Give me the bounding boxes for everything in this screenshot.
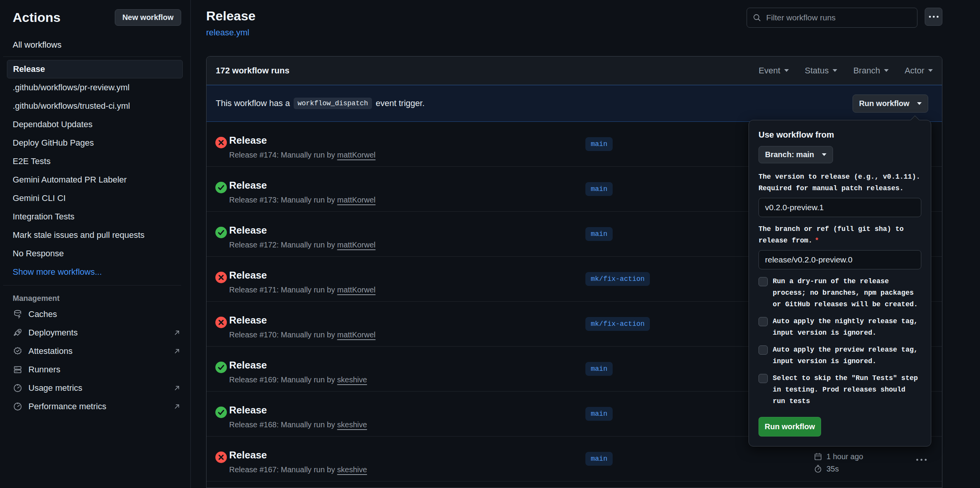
preview-tag-checkbox[interactable]	[759, 345, 768, 355]
workflow-runs-count: 172 workflow runs	[216, 66, 289, 76]
run-workflow-submit-button[interactable]: Run workflow	[759, 417, 821, 437]
sidebar-item-label: Performance metrics	[28, 402, 106, 412]
sidebar-item-trusted-ci[interactable]: .github/workflows/trusted-ci.yml	[7, 97, 183, 115]
sidebar-item-all-workflows[interactable]: All workflows	[13, 37, 181, 53]
caret-down-icon	[784, 69, 789, 72]
calendar-icon	[813, 452, 823, 461]
sidebar-item-e2e-tests[interactable]: E2E Tests	[7, 152, 183, 171]
run-status-icon	[215, 451, 227, 463]
run-description: Release #172: Manually run by mattKorwel	[229, 241, 375, 249]
branch-filter-dropdown[interactable]: Branch	[853, 66, 889, 76]
filter-workflow-runs-box	[747, 8, 917, 28]
run-actor-link[interactable]: mattKorwel	[337, 241, 375, 249]
dry-run-checkbox-label: Run a dry-run of the release process; no…	[773, 276, 921, 310]
caret-down-icon	[822, 153, 826, 156]
external-link-arrow-icon	[173, 402, 181, 411]
banner-text: event trigger.	[376, 98, 425, 108]
management-section-heading: Management	[13, 294, 181, 303]
sidebar-item-dependabot-updates[interactable]: Dependabot Updates	[7, 115, 183, 134]
sidebar-divider	[3, 56, 181, 57]
filter-workflow-runs-input[interactable]	[766, 13, 912, 22]
external-link-arrow-icon	[173, 329, 181, 337]
preview-tag-checkbox-label: Auto apply the preview release tag, inpu…	[773, 344, 921, 367]
status-filter-dropdown[interactable]: Status	[805, 66, 837, 76]
run-title-link[interactable]: Release	[229, 404, 267, 416]
sidebar-item-integration-tests[interactable]: Integration Tests	[7, 207, 183, 226]
branch-select-button[interactable]: Branch: main	[759, 146, 833, 163]
branch-badge[interactable]: main	[585, 407, 613, 421]
workflow-options-button[interactable]	[925, 8, 942, 26]
caret-down-icon	[928, 69, 933, 72]
branch-badge[interactable]: main	[585, 362, 613, 376]
dry-run-checkbox[interactable]	[759, 277, 768, 286]
run-status-icon	[215, 182, 227, 193]
version-field-label: The version to release (e.g., v0.1.11). …	[759, 171, 921, 194]
run-title-link[interactable]: Release	[229, 134, 267, 146]
sidebar-item-attestations[interactable]: Attestations	[13, 342, 181, 360]
run-actor-link[interactable]: skeshive	[337, 465, 367, 474]
sidebar-item-performance-metrics[interactable]: Performance metrics	[13, 397, 181, 416]
actions-sidebar: Actions New workflow All workflows Relea…	[0, 0, 191, 488]
caret-down-icon	[917, 102, 922, 105]
run-meta: 1 hour ago 35s	[813, 450, 863, 475]
run-actor-link[interactable]: mattKorwel	[337, 196, 375, 204]
nightly-tag-checkbox[interactable]	[759, 317, 768, 326]
run-status-icon	[215, 272, 227, 283]
run-title-link[interactable]: Release	[229, 269, 267, 281]
sidebar-item-deploy-github-pages[interactable]: Deploy GitHub Pages	[7, 134, 183, 152]
sidebar-item-usage-metrics[interactable]: Usage metrics	[13, 379, 181, 397]
page-title: Actions	[13, 10, 61, 25]
gauge-icon	[13, 402, 23, 412]
branch-badge[interactable]: mk/fix-action	[585, 272, 650, 286]
run-status-icon	[215, 137, 227, 148]
run-title-link[interactable]: Release	[229, 359, 267, 371]
sidebar-item-pr-review[interactable]: .github/workflows/pr-review.yml	[7, 78, 183, 97]
horizontal-dots-icon	[916, 459, 918, 461]
branch-badge[interactable]: main	[585, 227, 613, 241]
sidebar-item-gemini-pr-labeler[interactable]: Gemini Automated PR Labeler	[7, 171, 183, 189]
branch-badge[interactable]: mk/fix-action	[585, 317, 650, 331]
run-description: Release #167: Manually run by skeshive	[229, 465, 367, 474]
show-more-workflows-link[interactable]: Show more workflows...	[7, 263, 183, 281]
sidebar-item-label: Runners	[28, 365, 60, 375]
event-filter-dropdown[interactable]: Event	[759, 66, 788, 76]
run-title-link[interactable]: Release	[229, 449, 267, 461]
sidebar-item-runners[interactable]: Runners	[13, 360, 181, 379]
actor-filter-dropdown[interactable]: Actor	[905, 66, 933, 76]
run-status-icon	[215, 317, 227, 328]
sidebar-item-deployments[interactable]: Deployments	[13, 324, 181, 342]
run-actor-link[interactable]: mattKorwel	[337, 330, 375, 339]
sidebar-item-gemini-cli-ci[interactable]: Gemini CLI CI	[7, 189, 183, 207]
new-workflow-button[interactable]: New workflow	[115, 9, 181, 26]
branch-badge[interactable]: main	[585, 452, 613, 466]
run-actor-link[interactable]: skeshive	[337, 420, 367, 429]
run-actor-link[interactable]: mattKorwel	[337, 285, 375, 294]
banner-text: This workflow has a	[216, 98, 290, 108]
ref-input[interactable]	[759, 250, 921, 269]
sidebar-item-caches[interactable]: Caches	[13, 305, 181, 324]
run-options-button[interactable]	[916, 459, 927, 461]
skip-tests-checkbox-label: Select to skip the "Run Tests" step in t…	[773, 372, 921, 407]
server-icon	[13, 365, 23, 375]
skip-tests-checkbox[interactable]	[759, 374, 768, 383]
rocket-icon	[13, 328, 23, 338]
run-status-icon	[215, 227, 227, 238]
run-time-ago: 1 hour ago	[826, 452, 863, 461]
branch-badge[interactable]: main	[585, 182, 613, 196]
run-workflow-dropdown-button[interactable]: Run workflow	[853, 95, 928, 113]
run-description: Release #171: Manually run by mattKorwel	[229, 285, 375, 294]
caret-down-icon	[884, 69, 889, 72]
run-title-link[interactable]: Release	[229, 314, 267, 326]
run-title-link[interactable]: Release	[229, 224, 267, 236]
run-title-link[interactable]: Release	[229, 179, 267, 191]
sidebar-item-release[interactable]: Release	[7, 60, 183, 78]
workflow-file-link[interactable]: release.yml	[206, 28, 249, 38]
sidebar-item-mark-stale[interactable]: Mark stale issues and pull requests	[7, 226, 183, 244]
run-actor-link[interactable]: skeshive	[337, 375, 367, 384]
run-actor-link[interactable]: mattKorwel	[337, 151, 375, 159]
gauge-icon	[13, 383, 23, 393]
version-input[interactable]	[759, 198, 921, 217]
branch-badge[interactable]: main	[585, 137, 613, 151]
sidebar-item-no-response[interactable]: No Response	[7, 244, 183, 263]
run-status-icon	[215, 407, 227, 418]
